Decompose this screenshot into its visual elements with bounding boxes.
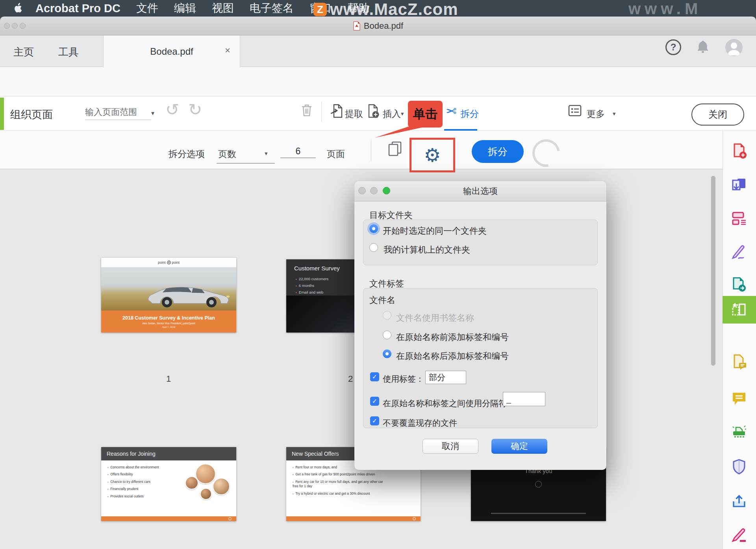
checkbox-use-label-text[interactable]: 使用标签： <box>383 373 424 384</box>
window-title: Bodea.pdf <box>364 21 403 31</box>
extract-pages-icon[interactable] <box>330 104 344 120</box>
menu-item-esign[interactable]: 电子签名 <box>250 1 294 16</box>
vertical-scrollbar[interactable] <box>711 176 715 366</box>
page-thumbnail-1[interactable]: point point 2018 Customer Survey & Incen… <box>101 258 236 333</box>
close-tool-button[interactable]: 关闭 <box>691 104 744 126</box>
gear-icon[interactable]: ⚙ <box>424 144 441 166</box>
request-signatures-icon[interactable] <box>730 353 748 371</box>
more-tools-caret-icon[interactable]: ▾ <box>613 111 616 116</box>
slide-logo: point point <box>101 258 236 267</box>
cancel-button[interactable]: 取消 <box>422 439 478 454</box>
slide-subtitle: Alex Sedan, Senior Vice President, point… <box>142 322 195 325</box>
list-item: 22,000 customers <box>296 277 328 281</box>
fill-sign-icon[interactable] <box>730 526 748 543</box>
protect-icon[interactable] <box>730 458 748 475</box>
slide-title-band: 2018 Customer Survey & Incentive Plan Al… <box>101 311 236 333</box>
split-tool-label[interactable]: 拆分 <box>461 108 479 120</box>
tab-home[interactable]: 主页 <box>13 45 34 59</box>
radio-label-before-label[interactable]: 在原始名称前添加标签和编号 <box>396 331 509 343</box>
page-count-input[interactable] <box>280 145 316 158</box>
delete-pages-icon[interactable] <box>300 103 313 119</box>
redo-icon[interactable]: ↻ <box>188 102 202 118</box>
split-mode-select[interactable]: 页数 <box>218 148 236 160</box>
page-range-caret-icon[interactable]: ▾ <box>151 110 154 116</box>
share-icon[interactable] <box>730 493 748 510</box>
organize-pages-title: 组织页面 <box>10 107 53 122</box>
split-execute-button[interactable]: 拆分 <box>472 140 524 163</box>
window-minimize-button[interactable] <box>12 23 18 29</box>
radio-same-folder[interactable] <box>369 224 378 233</box>
filename-label: 文件名 <box>369 294 395 306</box>
split-scissors-icon[interactable]: ✂ <box>446 105 457 118</box>
checkbox-separator-text[interactable]: 在原始名称和标签之间使用分隔符： <box>383 398 515 409</box>
radio-label-before[interactable] <box>383 331 391 339</box>
menu-item-file[interactable]: 文件 <box>136 1 158 16</box>
window-close-button[interactable] <box>4 23 10 29</box>
logo-ring-icon <box>535 481 542 488</box>
extract-label[interactable]: 提取 <box>345 108 363 120</box>
insert-label[interactable]: 插入 <box>383 108 401 120</box>
convert-pdf-icon[interactable] <box>730 276 748 294</box>
checkbox-use-label[interactable]: ✓ <box>370 372 379 381</box>
more-tools-label[interactable]: 更多 <box>587 108 605 120</box>
account-avatar[interactable] <box>725 39 743 56</box>
radio-my-computer-label[interactable]: 我的计算机上的文件夹 <box>384 244 470 256</box>
list-item: Chance to try different cars <box>107 480 188 484</box>
insert-pages-icon[interactable] <box>366 104 380 120</box>
dialog-zoom-button[interactable] <box>383 187 390 194</box>
page-range-input[interactable] <box>85 104 151 120</box>
export-pdf-icon[interactable] <box>730 176 748 194</box>
notifications-bell-icon[interactable] <box>695 39 711 57</box>
click-callout-tail <box>374 126 437 139</box>
tab-document[interactable]: Bodea.pdf × <box>103 35 240 67</box>
split-mode-caret-icon[interactable]: ▾ <box>265 150 268 156</box>
scan-ocr-icon[interactable] <box>730 423 748 441</box>
slide-footer-line <box>491 513 586 514</box>
menu-item-view[interactable]: 视图 <box>212 1 234 16</box>
undo-icon[interactable]: ↺ <box>165 102 179 118</box>
slide-bullets: Rent four or more days, and Get a free t… <box>293 465 391 499</box>
list-item: Provides social outlets <box>107 494 188 499</box>
main-toolbar: ☆ / 12 ⊖ ⊕ 59.1% ▾ ▾ ••• <box>0 67 756 96</box>
window-zoom-button[interactable] <box>20 23 26 29</box>
radio-my-computer[interactable] <box>369 243 378 252</box>
apple-logo-icon[interactable] <box>13 3 23 14</box>
ok-button[interactable]: 确定 <box>491 439 547 454</box>
organize-pages-icon[interactable] <box>730 301 748 318</box>
checkbox-no-overwrite[interactable]: ✓ <box>370 416 379 425</box>
dialog-minimize-button[interactable] <box>370 187 378 194</box>
tab-tools[interactable]: 工具 <box>58 45 79 59</box>
page-thumbnail-3[interactable]: Reasons for Joining Concerns about the e… <box>101 447 236 521</box>
radio-same-folder-label[interactable]: 开始时选定的同一个文件夹 <box>383 225 487 237</box>
window-title-bar: Bodea.pdf <box>0 17 756 35</box>
help-icon[interactable]: ? <box>665 39 681 55</box>
split-mode-underline <box>217 163 275 164</box>
slide-title: Customer Survey <box>294 265 340 272</box>
checkbox-no-overwrite-text[interactable]: 不要覆盖现存的文件 <box>383 418 457 429</box>
organize-accent-bar <box>0 98 4 130</box>
slide-footer-strip <box>286 516 421 521</box>
edit-pdf-icon[interactable] <box>730 210 748 227</box>
separator-value-input[interactable] <box>503 392 545 406</box>
more-tools-icon[interactable] <box>568 104 582 119</box>
insert-caret-icon[interactable]: ▾ <box>401 111 404 116</box>
radio-label-after[interactable] <box>383 349 391 358</box>
radio-label-after-label[interactable]: 在原始名称后添加标签和编号 <box>396 350 509 362</box>
comment-bubble-icon[interactable] <box>730 390 748 407</box>
pdf-file-icon <box>353 21 361 31</box>
create-pdf-icon[interactable] <box>730 142 748 160</box>
watermark-z-badge: Z <box>313 3 327 16</box>
menu-item-edit[interactable]: 编辑 <box>174 1 196 16</box>
copy-pages-icon[interactable] <box>387 141 402 158</box>
people-photo-circle <box>213 478 230 495</box>
car-illustration <box>143 283 233 309</box>
tab-close-icon[interactable]: × <box>225 45 230 56</box>
dialog-close-button[interactable] <box>358 187 366 194</box>
split-options-label: 拆分选项 <box>169 148 205 160</box>
checkbox-separator[interactable]: ✓ <box>370 397 379 406</box>
split-divider <box>371 139 371 161</box>
label-value-input[interactable] <box>425 371 466 384</box>
slide-title: Reasons for Joining <box>101 447 236 460</box>
list-item: Financially prudent <box>107 487 188 491</box>
comment-pen-icon[interactable] <box>730 243 748 261</box>
